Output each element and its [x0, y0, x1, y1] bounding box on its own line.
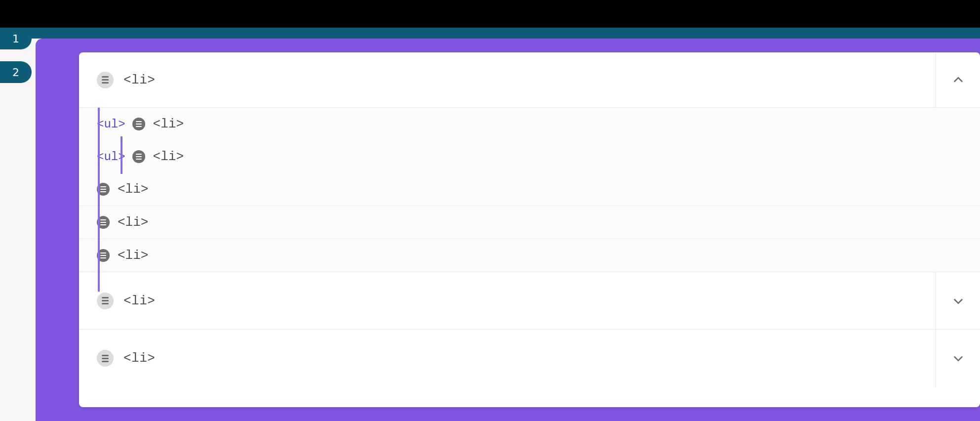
tree-line-ul-1[interactable]: <ul> <li> — [79, 108, 980, 140]
tree-line-label: <li> — [118, 215, 148, 230]
bullet-icon — [97, 293, 114, 309]
bullet-icon — [132, 150, 145, 163]
bullet-icon — [97, 350, 114, 367]
tree-line-label: <li> — [153, 149, 184, 164]
tree-line-label: <li> — [118, 182, 148, 197]
ul-tag-label: <ul> — [97, 118, 125, 131]
tree-row-label: <li> — [123, 294, 155, 308]
tree-line-li-3[interactable]: <li> — [79, 173, 980, 206]
tree-guide-line-2 — [121, 136, 122, 174]
left-gutter — [0, 39, 36, 421]
tree-row-label: <li> — [123, 73, 155, 87]
bullet-icon — [97, 72, 114, 88]
tree-row-li-collapsed-2[interactable]: <li> — [79, 330, 980, 387]
tree-guide-line-1 — [98, 108, 100, 292]
tree-line-li-5[interactable]: <li> — [79, 239, 980, 272]
tree-line-li-4[interactable]: <li> — [79, 206, 980, 239]
chevron-down-icon — [951, 294, 965, 308]
tree-line-label: <li> — [118, 248, 148, 263]
tree-row-li-expanded[interactable]: <li> — [79, 52, 980, 108]
row-numbers: 1 2 — [0, 28, 32, 95]
chevron-down-icon — [951, 351, 965, 365]
tree-line-ul-2[interactable]: <ul> <li> — [79, 140, 980, 173]
tree-panel: <li> <ul> <li> <ul> <li> — [79, 52, 980, 407]
tree-line-label: <li> — [153, 117, 184, 131]
tree-expanded-group: <ul> <li> <ul> <li> <li> <li> — [79, 108, 980, 272]
teal-strip — [0, 28, 980, 39]
bullet-icon — [132, 118, 145, 130]
collapse-button[interactable] — [936, 52, 980, 107]
expand-button[interactable] — [936, 272, 980, 329]
row-number-2[interactable]: 2 — [0, 61, 32, 83]
row-number-1[interactable]: 1 — [0, 28, 32, 49]
top-black-bar — [0, 0, 980, 28]
tree-row-li-collapsed-1[interactable]: <li> — [79, 272, 980, 330]
expand-button[interactable] — [936, 330, 980, 387]
caret-left-icon — [71, 55, 79, 64]
tree-row-label: <li> — [123, 351, 155, 366]
chevron-up-icon — [951, 73, 965, 87]
